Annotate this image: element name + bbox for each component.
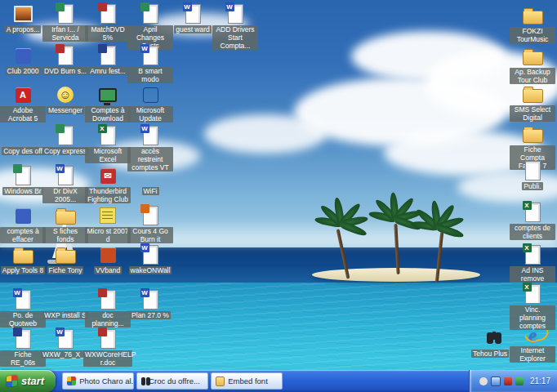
desktop-icon-label: Dr DivX 2005...	[42, 187, 88, 203]
taskbar-task-button[interactable]: Photo Charo al.	[62, 372, 134, 390]
taskbar-task-button[interactable]: Croc du offre...	[136, 372, 208, 390]
desktop-icon[interactable]: ✉Thunderbird Fighting Club	[85, 165, 131, 203]
desktop-icon-label: Copy express	[42, 147, 88, 155]
flag-icon	[55, 289, 76, 310]
desktop-icon[interactable]: Microsoft Update	[127, 84, 173, 122]
desktop-icon[interactable]: April Changes Costs	[127, 3, 173, 50]
desktop-icon[interactable]: XVinc. planning comptes	[510, 283, 555, 330]
desktop-icon[interactable]: VVband	[85, 244, 131, 274]
desktop-icon[interactable]: Cours 4 Go Burn it	[127, 205, 173, 243]
desktop-icon[interactable]: doc planning...	[85, 289, 131, 327]
desktop-icon[interactable]: S fiches fonds	[42, 205, 88, 243]
desktop-icon[interactable]: XAd INS remove	[510, 244, 555, 283]
desktop-icon[interactable]: Fiche RE_06s	[0, 328, 46, 367]
desktop-icon[interactable]: A propos...	[0, 3, 46, 33]
desktop-icon[interactable]: WADD Drivers Start Compta...	[212, 3, 258, 50]
folder-icon	[55, 244, 76, 265]
smiley-icon: ☺	[55, 84, 76, 105]
word-icon: W	[225, 3, 246, 24]
desktop-icon-label: VVband	[94, 266, 122, 274]
desktop-icon[interactable]: Windows Br	[0, 165, 46, 195]
desktop-icon[interactable]: SMS Select Digital	[510, 83, 555, 122]
start-button-label: start	[21, 375, 44, 387]
desktop-icon-label: Cours 4 Go Burn it	[127, 227, 173, 243]
display-icon[interactable]	[491, 376, 501, 386]
windows-flag-icon	[7, 375, 17, 386]
desktop-icon[interactable]: Publi.	[510, 160, 555, 190]
desktop-icon[interactable]: WDr DivX 2005...	[42, 165, 88, 203]
desktop-icon-label: Fiche Tony	[47, 266, 84, 274]
binoc-icon	[141, 377, 145, 385]
desktop-icon[interactable]: WB smart modo	[127, 45, 173, 83]
desktop-icon[interactable]: DVD Burn s...	[42, 45, 88, 75]
palm-tree	[425, 214, 457, 283]
graph-icon[interactable]	[515, 377, 524, 385]
desktop-icon-label: Club 2000	[6, 67, 41, 75]
desktop-icon-label: A propos...	[5, 25, 42, 33]
desktop-icon[interactable]: Comptes à Download	[85, 84, 131, 122]
desktop-icon-label: B smart modo	[127, 67, 173, 83]
desktop-icon-label: wakeONWall	[129, 266, 172, 274]
word-icon: W	[55, 328, 76, 350]
desktop-icon[interactable]: AAdobe Acrobat 5	[0, 84, 46, 122]
desktop-icon[interactable]: Micro st 2007 d	[85, 205, 131, 243]
desktop-icon-label: ADD Drivers Start Compta...	[212, 25, 258, 50]
desktop-icon[interactable]: Amru fest...	[85, 45, 131, 75]
installer-icon	[12, 205, 33, 226]
desktop-icon[interactable]: MatchDVD 5%	[85, 3, 131, 42]
desktop-icon[interactable]: XMicrosoft Excel	[85, 125, 131, 163]
desktop-icon[interactable]: FOKZI TourMusic	[510, 5, 555, 43]
palm-tree	[328, 211, 361, 279]
word-icon: W	[140, 244, 161, 265]
binoc-icon	[479, 327, 501, 349]
desktop-icon-label: Windows Br	[2, 187, 42, 195]
desktop-icon[interactable]: eInternet Explorer	[510, 324, 555, 363]
excel-icon: X	[522, 202, 543, 223]
desktop-icon[interactable]: Wguest ward	[170, 3, 216, 33]
desktop-icon[interactable]: WPo. de Quotweb	[0, 289, 46, 327]
folder-icon	[522, 46, 543, 67]
desktop-icon[interactable]: WXP install S	[42, 289, 88, 319]
taskbar-task-button[interactable]: Embed font	[211, 372, 283, 390]
desktop-icon[interactable]: Irfan I... / Servicda	[42, 3, 88, 42]
green-icon	[55, 3, 76, 24]
desktop-icon[interactable]: Ap. Backup Tour Club	[510, 46, 555, 84]
desktop-icon[interactable]: Xcomptes de clients	[510, 202, 555, 240]
desktop-icon[interactable]: WPlan 27.0 %	[127, 289, 173, 319]
task-button-label: Photo Charo al.	[79, 376, 133, 385]
volume-icon[interactable]	[479, 377, 488, 385]
desktop-icon-label: S fiches fonds	[42, 227, 88, 243]
desktop-icon-label: Irfan I... / Servicda	[42, 25, 88, 42]
desktop-icon-label: Apply Tools 8	[1, 266, 45, 274]
shield-icon[interactable]	[504, 377, 512, 385]
desktop-icon-label: Amru fest...	[88, 67, 127, 75]
desktop-icon[interactable]: WiFi	[127, 165, 173, 195]
plain-icon	[522, 160, 543, 181]
desktop-icon[interactable]: Apply Tools 8	[0, 244, 46, 274]
desktop-icon[interactable]: Tehou Plus	[467, 327, 513, 358]
desktop-icon[interactable]: Club 2000	[0, 45, 46, 75]
photo-icon	[12, 3, 33, 24]
desktop-icon[interactable]: Copy des off	[0, 125, 46, 155]
desktop-icon[interactable]: Fiche Tony	[42, 244, 88, 274]
desktop-icon-label: Plan 27.0 %	[130, 311, 171, 319]
taskbar-clock[interactable]: 21:17	[530, 376, 550, 385]
folder-icon	[12, 244, 33, 265]
desktop-icon[interactable]: WXWCoreHELP r.doc	[85, 328, 131, 367]
desktop-icon[interactable]: ☺Messenger	[42, 84, 88, 114]
desktop-icon[interactable]: Copy express	[42, 125, 88, 155]
palm-tree	[382, 206, 415, 274]
desktop-icon-label: Fiche RE_06s	[0, 350, 46, 367]
red-icon	[97, 3, 118, 24]
desktop-icon[interactable]: WWXW_76_X_T...	[42, 328, 88, 359]
desktop-icon-label: guest ward	[174, 25, 212, 33]
desktop-icon-label: WXP install S	[42, 311, 87, 319]
folder-icon	[522, 5, 543, 26]
taskbar: start Photo Charo al.Croc du offre...Emb…	[0, 370, 557, 392]
window-icon	[140, 84, 161, 105]
desktop-icon[interactable]: WwakeONWall	[127, 244, 173, 274]
desktop-icon-label: Tehou Plus	[471, 350, 509, 358]
start-button[interactable]: start	[0, 370, 56, 392]
desktop-icon[interactable]: comptes à effacer	[0, 205, 46, 243]
desktop-icon-label: FOKZI TourMusic	[510, 27, 555, 43]
